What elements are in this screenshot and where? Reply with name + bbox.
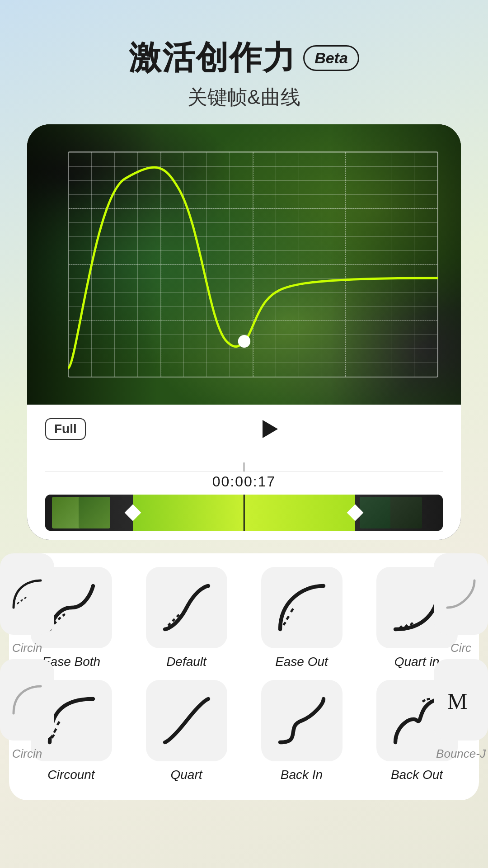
quart-icon — [160, 693, 214, 748]
header: 激活创作力 Beta 关键帧&曲线 — [0, 0, 488, 124]
side-label-bounce: Bounce-J — [436, 747, 486, 761]
main-title: 激活创作力 — [129, 36, 296, 80]
easing-card-back-in[interactable] — [261, 680, 343, 761]
title-row: 激活创作力 Beta — [0, 36, 488, 80]
circ-icon — [443, 576, 479, 612]
side-card-bounce[interactable]: M — [434, 659, 488, 741]
svg-line-22 — [427, 699, 430, 699]
easing-item-ease-out[interactable]: Ease Out — [249, 567, 355, 669]
side-label-circin-top: Circin — [12, 641, 42, 655]
playhead — [244, 495, 245, 531]
timeline-area: // This will be rendered via inline SVG … — [27, 453, 461, 540]
easing-card-ease-out[interactable] — [261, 567, 343, 648]
svg-line-10 — [172, 619, 174, 621]
easing-row-1: Ease Both Default — [18, 567, 470, 669]
film-segment-left-dark — [45, 495, 133, 531]
easing-item-back-in[interactable]: Back In — [249, 680, 355, 782]
easing-item-quart[interactable]: Quart — [133, 680, 239, 782]
side-card-circin2[interactable] — [0, 659, 54, 741]
film-thumb-4 — [390, 497, 422, 528]
ruler-svg: // This will be rendered via inline SVG … — [45, 453, 443, 472]
video-area — [27, 124, 461, 405]
svg-line-20 — [57, 722, 59, 725]
svg-line-8 — [62, 614, 65, 616]
easing-label-back-out: Back Out — [391, 768, 443, 782]
svg-line-17 — [410, 623, 413, 625]
easing-item-default[interactable]: Default — [133, 567, 239, 669]
easing-card-quart[interactable] — [146, 680, 227, 761]
bounce-icon: M — [443, 682, 479, 718]
side-label-circ: Circ — [450, 641, 471, 655]
svg-line-9 — [168, 623, 170, 626]
beta-badge: Beta — [303, 45, 359, 71]
svg-point-0 — [238, 335, 250, 348]
video-card: Full // This will be rendered via inline… — [27, 124, 461, 540]
timeline-wrapper[interactable] — [45, 495, 443, 531]
play-icon — [263, 420, 278, 438]
filmstrip — [45, 495, 443, 531]
controls-center — [95, 415, 443, 443]
svg-line-12 — [283, 622, 286, 625]
svg-line-13 — [286, 616, 289, 619]
side-card-circin[interactable] — [0, 553, 54, 635]
side-peek-right-top[interactable]: Circ — [434, 553, 488, 655]
svg-line-14 — [291, 609, 293, 612]
side-label-circin-bottom: Circin — [12, 747, 42, 761]
ruler-marks: // This will be rendered via inline SVG … — [45, 453, 443, 472]
circin-icon — [9, 576, 45, 612]
easing-panel: Ease Both Default — [9, 553, 479, 800]
circin2-icon — [9, 682, 45, 718]
ease-out-icon — [275, 580, 329, 635]
animation-curve — [68, 151, 438, 377]
svg-line-21 — [422, 700, 425, 702]
easing-panel-wrapper: Circin Circ Ease Bo — [0, 553, 488, 800]
svg-line-7 — [58, 618, 61, 620]
easing-label-quart-in: Quart in — [394, 655, 440, 669]
play-button[interactable] — [255, 415, 282, 443]
easing-label-back-in: Back In — [281, 768, 323, 782]
easing-label-quart: Quart — [170, 768, 202, 782]
easing-label-ease-out: Ease Out — [275, 655, 328, 669]
svg-line-4 — [21, 599, 23, 601]
svg-line-15 — [399, 626, 402, 628]
timeline-ruler: // This will be rendered via inline SVG … — [45, 453, 443, 472]
film-segment-right-dark — [355, 495, 443, 531]
controls-bar: Full — [27, 405, 461, 453]
svg-line-3 — [17, 602, 19, 604]
easing-label-circount: Circount — [47, 768, 94, 782]
side-peek-left-bottom[interactable]: Circin — [0, 659, 54, 761]
side-card-circ[interactable] — [434, 553, 488, 635]
subtitle: 关键帧&曲线 — [0, 84, 488, 111]
timecode: 00:00:17 — [45, 472, 443, 495]
easing-label-default: Default — [166, 655, 206, 669]
default-icon — [160, 580, 214, 635]
svg-line-16 — [405, 625, 407, 627]
easing-row-2: Circount Quart Back In — [18, 680, 470, 782]
easing-card-default[interactable] — [146, 567, 227, 648]
full-badge[interactable]: Full — [45, 418, 86, 440]
svg-line-11 — [177, 615, 179, 617]
side-peek-right-bottom[interactable]: M Bounce-J — [434, 659, 488, 761]
film-thumb-3 — [360, 497, 391, 528]
svg-line-5 — [24, 597, 26, 599]
side-peek-left-top[interactable]: Circin — [0, 553, 54, 655]
svg-text:M: M — [447, 689, 467, 714]
back-in-icon — [275, 693, 329, 748]
film-thumb-2 — [79, 497, 110, 528]
